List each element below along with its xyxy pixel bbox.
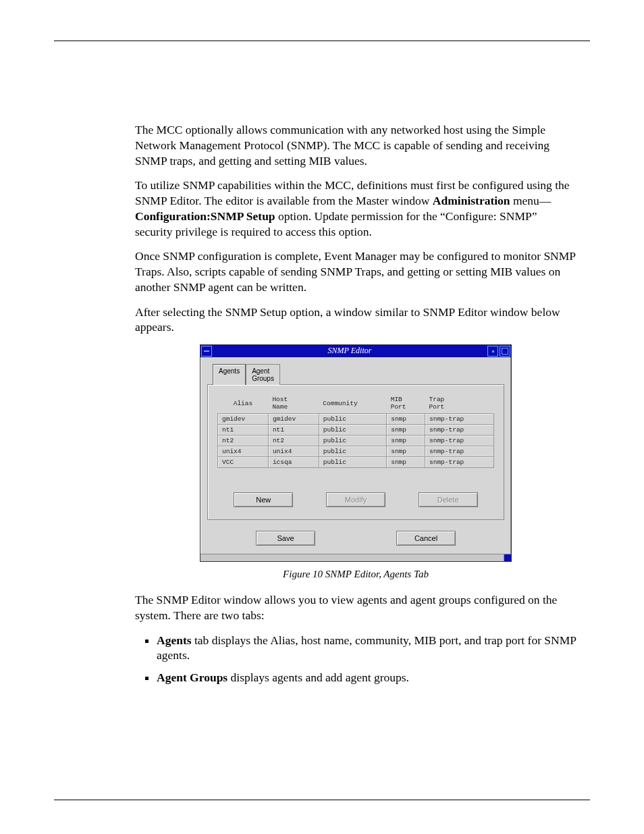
cell-community: public (319, 436, 386, 446)
cell-host: unix4 (268, 446, 319, 457)
col-host: Host Name (268, 394, 319, 414)
col-trap-port: Trap Port (425, 394, 493, 414)
col-community: Community (319, 394, 386, 414)
cell-trap: snmp-trap (425, 446, 493, 457)
cell-trap: snmp-trap (425, 436, 493, 446)
bullet-agents-label: Agents (157, 633, 192, 647)
paragraph-4: After selecting the SNMP Setup option, a… (135, 305, 576, 336)
bottom-rule (54, 800, 590, 800)
snmp-editor-window: SNMP Editor Agents Agent Groups Alias Ho… (200, 344, 512, 562)
cell-alias: unix4 (218, 446, 269, 457)
cell-mib: snmp (387, 414, 425, 425)
cell-mib: snmp (387, 436, 425, 446)
cell-alias: nt1 (218, 425, 269, 436)
table-row[interactable]: unix4unix4publicsnmpsnmp-trap (218, 446, 494, 457)
cell-mib: snmp (387, 425, 425, 436)
pane-button-row: New Modify Delete (217, 492, 494, 507)
table-row[interactable]: gmidevgmidevpublicsnmpsnmp-trap (218, 414, 494, 425)
body-text-block: The MCC optionally allows communication … (135, 122, 576, 335)
window-client-area: Agents Agent Groups Alias Host Name Comm… (200, 357, 511, 554)
table-row[interactable]: VCCicsqapublicsnmpsnmp-trap (218, 457, 494, 468)
cell-mib: snmp (387, 457, 425, 468)
document-page: The MCC optionally allows communication … (0, 0, 644, 834)
bullet-agents-text: tab displays the Alias, host name, commu… (157, 633, 576, 662)
paragraph-3: Once SNMP configuration is complete, Eve… (135, 249, 576, 294)
cell-host: nt1 (268, 425, 319, 436)
col-alias: Alias (218, 394, 269, 414)
figure-caption: Figure 10 SNMP Editor, Agents Tab (135, 569, 576, 580)
table-row[interactable]: nt1nt1publicsnmpsnmp-trap (218, 425, 494, 436)
window-menu-icon[interactable] (201, 346, 212, 357)
p2-bold-administration: Administration (433, 194, 510, 207)
window-button-row: Save Cancel (207, 531, 504, 546)
agents-table-body: gmidevgmidevpublicsnmpsnmp-trapnt1nt1pub… (218, 414, 494, 468)
cell-host: gmidev (268, 414, 319, 425)
bullet-agent-groups: Agent Groups displays agents and add age… (157, 670, 576, 685)
bullet-list: Agents tab displays the Alias, host name… (135, 633, 576, 685)
p2-part-c: menu— (510, 194, 552, 207)
cell-mib: snmp (387, 446, 425, 457)
window-maximize-icon[interactable] (500, 346, 510, 357)
resize-grip-icon[interactable] (504, 554, 511, 561)
body-text-block-2: The SNMP Editor window allows you to vie… (135, 592, 576, 623)
cell-alias: VCC (218, 457, 269, 468)
paragraph-5: The SNMP Editor window allows you to vie… (135, 592, 576, 623)
p2-bold-config-snmp: Configuration:SNMP Setup (135, 209, 275, 223)
col-mib-port: MIB Port (387, 394, 425, 414)
agents-table-header-row: Alias Host Name Community MIB Port Trap … (218, 394, 494, 414)
cell-community: public (319, 414, 386, 425)
cell-host: nt2 (268, 436, 319, 446)
cell-community: public (319, 446, 386, 457)
cell-trap: snmp-trap (425, 457, 493, 468)
cell-alias: nt2 (218, 436, 269, 446)
modify-button: Modify (326, 492, 385, 507)
bullet-agents: Agents tab displays the Alias, host name… (157, 633, 576, 664)
paragraph-2: To utilize SNMP capabilities within the … (135, 178, 576, 239)
tab-agents[interactable]: Agents (213, 364, 246, 385)
agents-table: Alias Host Name Community MIB Port Trap … (217, 394, 494, 468)
cell-community: public (319, 425, 386, 436)
figure-snmp-editor: SNMP Editor Agents Agent Groups Alias Ho… (135, 344, 576, 580)
bullet-groups-label: Agent Groups (157, 671, 227, 684)
window-minimize-icon[interactable] (487, 346, 498, 357)
table-row[interactable]: nt2nt2publicsnmpsnmp-trap (218, 436, 494, 446)
paragraph-1: The MCC optionally allows communication … (135, 122, 576, 168)
cell-host: icsqa (268, 457, 319, 468)
cell-trap: snmp-trap (425, 425, 493, 436)
cell-alias: gmidev (218, 414, 269, 425)
tab-agent-groups[interactable]: Agent Groups (246, 364, 280, 385)
window-title: SNMP Editor (213, 345, 487, 357)
tab-pane-agents: Alias Host Name Community MIB Port Trap … (207, 384, 504, 520)
save-button[interactable]: Save (256, 531, 315, 546)
window-statusbar (200, 554, 511, 561)
new-button[interactable]: New (234, 492, 293, 507)
cell-community: public (319, 457, 386, 468)
top-rule (54, 41, 590, 41)
tabs-row: Agents Agent Groups (213, 364, 504, 385)
bullet-groups-text: displays agents and add agent groups. (227, 671, 409, 684)
cell-trap: snmp-trap (425, 414, 493, 425)
window-titlebar[interactable]: SNMP Editor (200, 345, 511, 357)
delete-button: Delete (419, 492, 478, 507)
cancel-button[interactable]: Cancel (396, 531, 456, 546)
